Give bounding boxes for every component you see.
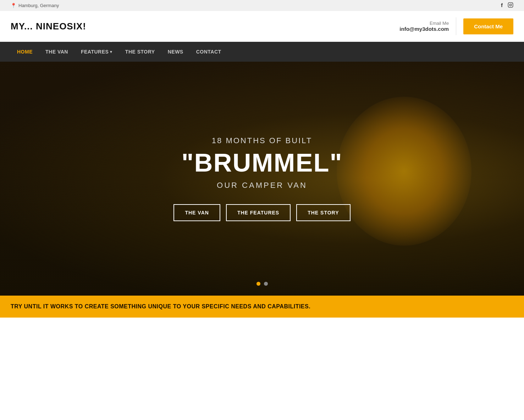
email-label: Email Me — [399, 21, 449, 26]
email-block: Email Me info@my3dots.com — [399, 21, 449, 32]
nav-item-news[interactable]: NEWS — [161, 42, 190, 62]
instagram-icon[interactable] — [508, 2, 513, 9]
nav-label-news: NEWS — [168, 49, 183, 55]
main-nav: HOME THE VAN FEATURES ▾ THE STORY NEWS C… — [0, 42, 524, 62]
svg-point-1 — [509, 4, 511, 6]
facebook-icon[interactable]: f — [501, 2, 503, 9]
svg-point-2 — [512, 4, 512, 4]
hero-buttons: THE VAN THE FEATURES THE STORY — [173, 204, 350, 221]
contact-me-button[interactable]: Contact Me — [463, 18, 513, 34]
hero-blob-decoration — [337, 97, 471, 246]
hero-title: "BRUMMEL" — [173, 148, 350, 177]
the-features-button[interactable]: THE FEATURES — [226, 204, 291, 221]
carousel-dot-1[interactable] — [257, 282, 260, 286]
nav-label-contact: CONTACT — [196, 49, 221, 55]
top-bar: Hamburg, Germany f — [0, 0, 524, 11]
nav-item-the-van[interactable]: THE VAN — [39, 42, 75, 62]
the-van-button[interactable]: THE VAN — [173, 204, 220, 221]
nav-item-home[interactable]: HOME — [11, 42, 39, 62]
bottom-banner: TRY UNTIL IT WORKS TO CREATE SOMETHING U… — [0, 296, 524, 318]
nav-item-contact[interactable]: CONTACT — [190, 42, 228, 62]
nav-label-features: FEATURES — [81, 49, 109, 55]
vertical-divider — [456, 17, 456, 35]
email-value[interactable]: info@my3dots.com — [399, 26, 449, 32]
chevron-down-icon: ▾ — [110, 50, 112, 54]
nav-label-home: HOME — [17, 49, 33, 55]
carousel-dots — [257, 282, 268, 286]
location-pin-icon — [11, 3, 16, 8]
nav-item-features[interactable]: FEATURES ▾ — [75, 42, 119, 62]
logo[interactable]: MY... NINEOSIX! — [11, 21, 86, 32]
carousel-dot-2[interactable] — [264, 282, 268, 286]
hero-description: OUR CAMPER VAN — [173, 181, 350, 190]
the-story-button[interactable]: THE STORY — [296, 204, 350, 221]
nav-item-the-story[interactable]: THE STORY — [119, 42, 161, 62]
nav-label-the-story: THE STORY — [125, 49, 155, 55]
header: MY... NINEOSIX! Email Me info@my3dots.co… — [0, 11, 524, 42]
hero-content: 18 MONTHS OF BUILT "BRUMMEL" OUR CAMPER … — [173, 136, 350, 221]
svg-rect-0 — [508, 2, 513, 7]
hero-subtitle: 18 MONTHS OF BUILT — [173, 136, 350, 145]
header-right: Email Me info@my3dots.com Contact Me — [399, 17, 513, 35]
nav-label-the-van: THE VAN — [45, 49, 68, 55]
hero-section: 18 MONTHS OF BUILT "BRUMMEL" OUR CAMPER … — [0, 62, 524, 296]
banner-text: TRY UNTIL IT WORKS TO CREATE SOMETHING U… — [11, 303, 513, 310]
social-icons: f — [501, 2, 513, 9]
location-text: Hamburg, Germany — [18, 3, 59, 8]
location-block: Hamburg, Germany — [11, 3, 59, 8]
